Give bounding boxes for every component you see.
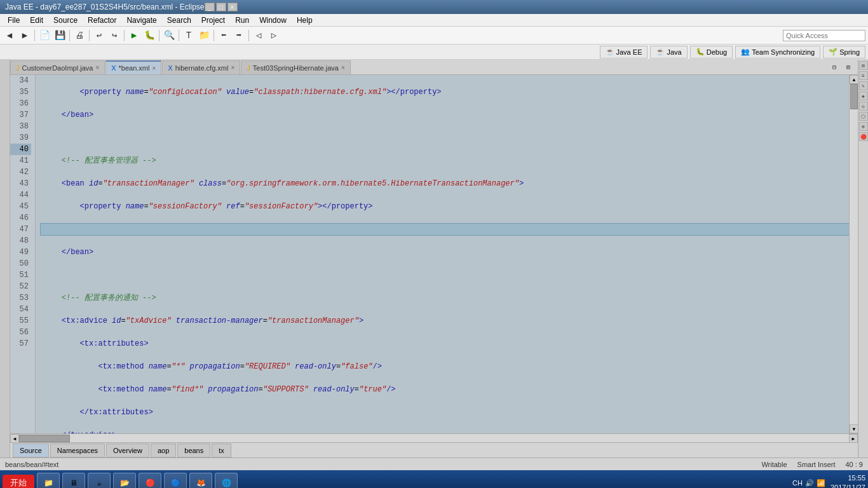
tab-close-customerdaoimpl[interactable]: × [95,64,99,71]
scroll-down-button[interactable]: ▼ [850,424,858,433]
perspective-javaee[interactable]: ☕ Java EE [600,46,648,58]
toolbar-forward[interactable]: ▶ [18,29,32,43]
quick-access-input[interactable] [783,30,865,41]
scroll-up-button[interactable]: ▲ [850,75,858,84]
toolbar-back[interactable]: ◀ [3,29,17,43]
menu-run[interactable]: Run [230,15,254,26]
scroll-left-button[interactable]: ◀ [10,434,19,443]
taskbar-app-eclipse[interactable]: ☕ [88,473,111,488]
taskbar-app-computer[interactable]: 🖥 [62,473,85,488]
menu-search[interactable]: Search [162,15,196,26]
toolbar-redo[interactable]: ↪ [107,29,121,43]
toolbar-open-type[interactable]: T [182,29,196,43]
taskbar-app-blue[interactable]: 🔵 [164,473,187,488]
right-panel-btn-8[interactable]: 🔴 [859,132,868,141]
menu-project[interactable]: Project [196,15,230,26]
tab-close-bean-xml[interactable]: × [152,65,156,72]
hscroll-thumb[interactable] [19,435,70,442]
close-button[interactable]: × [227,3,238,11]
bottom-tab-aop[interactable]: aop [151,444,176,458]
code-content-area[interactable]: <property name="configLocation" value="c… [36,75,849,433]
line-num-41: 41 [10,155,31,166]
blue-app-icon: 🔵 [168,476,182,488]
tab-minimize-button[interactable]: ⊟ [827,60,841,74]
perspective-team-sync[interactable]: 👥 Team Synchronizing [735,46,820,58]
status-insert-mode: Smart Insert [797,461,836,468]
right-panel-btn-1[interactable]: ⊞ [859,61,868,70]
toolbar-run[interactable]: ▶ [127,29,141,43]
right-panel-btn-5[interactable]: ◇ [859,102,868,111]
toolbar-print[interactable]: 🖨 [72,29,86,43]
status-position: 40 : 9 [845,461,863,468]
toolbar-next-edit[interactable]: ➡ [232,29,246,43]
right-panel-btn-7[interactable]: ⊕ [859,122,868,131]
toolbar-separator-6 [179,30,179,41]
taskbar-app-files[interactable]: 📂 [113,473,136,488]
toolbar-undo[interactable]: ↩ [92,29,106,43]
perspective-java[interactable]: ☕ Java [650,46,687,58]
tab-maximize-button[interactable]: ⊞ [841,60,855,74]
bottom-tab-namespaces[interactable]: Namespaces [50,444,105,458]
right-panel-btn-3[interactable]: ✎ [859,81,868,90]
code-line-39: <property name="sessionFactory" ref="ses… [41,201,849,212]
tab-hibernate-cfg[interactable]: X hibernate.cfg.xml × [162,60,240,74]
language-indicator: CH [792,479,803,487]
horizontal-scrollbar[interactable]: ◀ ▶ [10,433,858,442]
tab-bean-xml[interactable]: X *bean.xml × [105,60,161,74]
menu-file[interactable]: File [3,15,25,26]
scroll-track[interactable] [850,84,858,424]
vertical-scrollbar[interactable]: ▲ ▼ [849,75,858,433]
menu-source[interactable]: Source [48,15,83,26]
status-right: Writable Smart Insert 40 : 9 [761,461,863,468]
toolbar-prev-edit[interactable]: ⬅ [217,29,231,43]
maximize-button[interactable]: □ [216,3,226,11]
menu-edit[interactable]: Edit [25,15,48,26]
menu-window[interactable]: Window [254,15,292,26]
right-panel-btn-2[interactable]: ≡ [859,71,868,80]
taskbar-app-chrome[interactable]: 🌐 [215,473,238,488]
toolbar-nav-fwd[interactable]: ▷ [267,29,281,43]
perspective-debug[interactable]: 🐛 Debug [690,46,733,58]
toolbar-open-resource[interactable]: 📁 [197,29,211,43]
window-controls[interactable]: _ □ × [205,3,238,11]
title-bar: Java EE - day67_ee287_01S2S4H5/src/bean.… [0,0,868,14]
menu-refactor[interactable]: Refactor [83,15,121,26]
code-editor[interactable]: 34 35 36 37 38 39 40 41 42 43 44 45 46 4… [10,75,858,433]
tab-test03[interactable]: J Test03SpringHibernate.java × [241,60,350,74]
bottom-tab-source[interactable]: Source [13,444,49,458]
tab-customerdaoimpl[interactable]: J CustomerDaoImpl.java × [10,60,105,74]
tab-close-hibernate[interactable]: × [231,64,234,71]
start-button[interactable]: 开始 [3,475,34,488]
bottom-tab-overview[interactable]: Overview [106,444,149,458]
toolbar-search[interactable]: 🔍 [162,29,176,43]
left-marker-gutter [0,60,10,458]
taskbar-app-red[interactable]: 🔴 [139,473,161,488]
taskbar-app-folder[interactable]: 📁 [37,473,60,488]
bottom-tab-bar: Source Namespaces Overview aop beans tx [10,442,858,458]
scroll-thumb[interactable] [850,84,858,109]
menu-help[interactable]: Help [292,15,318,26]
hscroll-track[interactable] [19,434,849,442]
menu-navigate[interactable]: Navigate [121,15,161,26]
scroll-right-button[interactable]: ▶ [849,434,858,443]
tab-close-test03[interactable]: × [341,64,345,71]
toolbar-debug[interactable]: 🐛 [142,29,156,43]
bottom-tab-tx[interactable]: tx [212,444,231,458]
right-panel-btn-4[interactable]: ◈ [859,92,868,100]
toolbar-new[interactable]: 📄 [37,29,51,43]
tray-icon-2: 📶 [817,479,825,487]
taskbar-app-firefox[interactable]: 🦊 [189,473,212,488]
folder-icon: 📁 [41,476,55,488]
code-line-38: <bean id="transactionManager" class="org… [41,178,849,189]
perspective-spring[interactable]: 🌱 Spring [823,46,865,58]
toolbar-separator-4 [124,30,125,41]
bottom-tab-beans[interactable]: beans [177,444,210,458]
tray-icon-1: 🔊 [805,479,814,487]
toolbar-save[interactable]: 💾 [53,29,67,43]
toolbar-separator-1 [34,30,35,41]
toolbar-nav-back[interactable]: ◁ [252,29,266,43]
team-icon: 👥 [741,48,750,56]
minimize-button[interactable]: _ [205,3,215,11]
main-area: J CustomerDaoImpl.java × X *bean.xml × X… [0,60,868,458]
right-panel-btn-6[interactable]: ⬡ [859,112,868,121]
